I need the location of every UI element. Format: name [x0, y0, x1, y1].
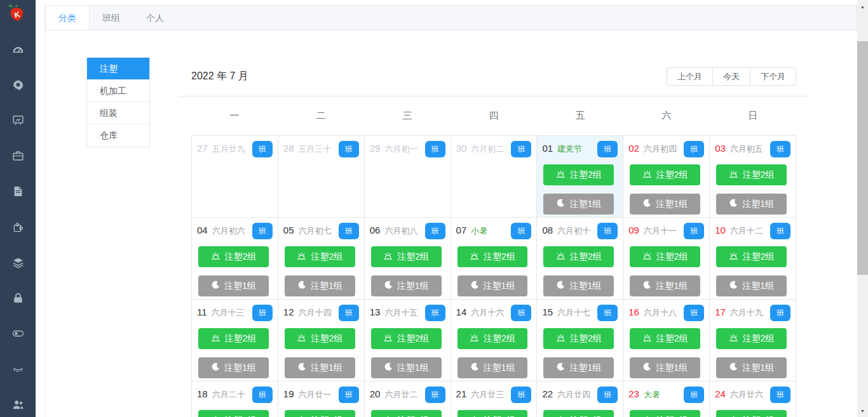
tab-personal[interactable]: 个人	[133, 6, 177, 30]
document-icon[interactable]	[12, 185, 24, 197]
work-day-badge[interactable]: 班	[684, 305, 704, 321]
work-day-badge[interactable]: 班	[425, 141, 445, 157]
scrollbar-thumb[interactable]	[857, 41, 868, 275]
work-day-badge[interactable]: 班	[339, 223, 359, 239]
work-day-badge[interactable]: 班	[511, 141, 531, 157]
puzzle-icon[interactable]	[12, 221, 24, 233]
calendar-cell[interactable]: 03六月初五班注塑2组注塑1组	[710, 136, 796, 218]
day-shift-button[interactable]: 注塑2组	[630, 164, 700, 185]
category-item-assembly[interactable]: 组装	[87, 102, 149, 124]
calendar-cell[interactable]: 23大暑班注塑2组注塑1组	[623, 381, 710, 417]
calendar-cell[interactable]: 20六月廿二班注塑2组注塑1组	[365, 381, 451, 417]
calendar-cell[interactable]: 04六月初六班注塑2组注塑1组	[192, 218, 278, 300]
calendar-cell[interactable]: 08六月初十班注塑2组注塑1组	[537, 218, 623, 300]
work-day-badge[interactable]: 班	[511, 305, 531, 321]
calendar-cell[interactable]: 02六月初四班注塑2组注塑1组	[623, 136, 710, 218]
calendar-cell[interactable]: 06六月初八班注塑2组注塑1组	[365, 218, 451, 300]
day-shift-button[interactable]: 注塑2组	[716, 164, 787, 185]
scroll-up-icon[interactable]: ▲	[857, 1, 868, 11]
calendar-cell[interactable]: 22六月廿四班注塑2组注塑1组	[537, 381, 623, 417]
day-shift-button[interactable]: 注塑2组	[716, 410, 787, 417]
day-shift-button[interactable]: 注塑2组	[285, 410, 355, 417]
eye-closed-icon[interactable]	[12, 363, 24, 375]
night-shift-button[interactable]: 注塑1组	[716, 194, 787, 215]
calendar-cell[interactable]: 05六月初七班注塑2组注塑1组	[278, 218, 365, 300]
work-day-badge[interactable]: 班	[770, 223, 790, 239]
calendar-cell[interactable]: 07小暑班注塑2组注塑1组	[451, 218, 538, 300]
scroll-down-icon[interactable]: ▼	[857, 406, 868, 416]
work-day-badge[interactable]: 班	[339, 305, 359, 321]
prev-month-button[interactable]: 上个月	[667, 67, 713, 86]
work-day-badge[interactable]: 班	[597, 223, 618, 239]
day-shift-button[interactable]: 注塑2组	[371, 410, 442, 417]
day-shift-button[interactable]: 注塑2组	[458, 328, 528, 349]
day-shift-button[interactable]: 注塑2组	[371, 246, 442, 267]
work-day-badge[interactable]: 班	[770, 305, 790, 321]
night-shift-button[interactable]: 注塑1组	[458, 357, 528, 378]
night-shift-button[interactable]: 注塑1组	[543, 194, 614, 215]
work-day-badge[interactable]: 班	[684, 223, 704, 239]
night-shift-button[interactable]: 注塑1组	[630, 194, 700, 215]
tab-category[interactable]: 分类	[46, 6, 90, 30]
day-shift-button[interactable]: 注塑2组	[716, 328, 787, 349]
next-month-button[interactable]: 下个月	[750, 67, 796, 86]
category-item-warehouse[interactable]: 仓库	[87, 124, 149, 147]
day-shift-button[interactable]: 注塑2组	[198, 410, 269, 417]
app-logo-icon[interactable]: K	[6, 3, 29, 27]
work-day-badge[interactable]: 班	[425, 305, 445, 321]
toggle-icon[interactable]	[12, 328, 24, 340]
work-day-badge[interactable]: 班	[252, 387, 273, 403]
day-shift-button[interactable]: 注塑2组	[543, 410, 614, 417]
day-shift-button[interactable]: 注塑2组	[630, 328, 700, 349]
work-day-badge[interactable]: 班	[597, 141, 618, 157]
day-shift-button[interactable]: 注塑2组	[543, 246, 614, 267]
day-shift-button[interactable]: 注塑2组	[458, 246, 528, 267]
night-shift-button[interactable]: 注塑1组	[458, 275, 528, 296]
category-item-machining[interactable]: 机加工	[87, 80, 149, 102]
night-shift-button[interactable]: 注塑1组	[371, 357, 442, 378]
calendar-cell[interactable]: 14六月十六班注塑2组注塑1组	[451, 300, 538, 381]
work-day-badge[interactable]: 班	[684, 141, 704, 157]
layers-icon[interactable]	[12, 256, 24, 268]
night-shift-button[interactable]: 注塑1组	[198, 357, 269, 378]
tab-team[interactable]: 班组	[90, 6, 133, 30]
calendar-cell[interactable]: 28五月三十班	[278, 136, 365, 218]
work-day-badge[interactable]: 班	[770, 387, 790, 403]
work-day-badge[interactable]: 班	[597, 305, 618, 321]
day-shift-button[interactable]: 注塑2组	[458, 410, 528, 417]
work-day-badge[interactable]: 班	[339, 387, 359, 403]
night-shift-button[interactable]: 注塑1组	[716, 275, 787, 296]
day-shift-button[interactable]: 注塑2组	[198, 246, 269, 267]
night-shift-button[interactable]: 注塑1组	[285, 357, 355, 378]
calendar-cell[interactable]: 13六月十五班注塑2组注塑1组	[365, 300, 451, 381]
night-shift-button[interactable]: 注塑1组	[630, 275, 700, 296]
work-day-badge[interactable]: 班	[252, 223, 273, 239]
calendar-cell[interactable]: 11六月十三班注塑2组注塑1组	[192, 300, 278, 381]
calendar-cell[interactable]: 30六月初二班	[451, 136, 538, 218]
calendar-cell[interactable]: 18六月二十班注塑2组注塑1组	[192, 381, 278, 417]
work-day-badge[interactable]: 班	[511, 387, 531, 403]
lock-icon[interactable]	[12, 292, 24, 304]
day-shift-button[interactable]: 注塑2组	[716, 246, 787, 267]
gear-icon[interactable]	[12, 79, 24, 91]
users-icon[interactable]	[12, 399, 24, 411]
calendar-cell[interactable]: 21六月廿三班注塑2组注塑1组	[451, 381, 538, 417]
day-shift-button[interactable]: 注塑2组	[630, 410, 700, 417]
day-shift-button[interactable]: 注塑2组	[630, 246, 700, 267]
scrollbar[interactable]: ▲ ▼	[857, 0, 868, 417]
night-shift-button[interactable]: 注塑1组	[630, 357, 700, 378]
night-shift-button[interactable]: 注塑1组	[371, 275, 442, 296]
day-shift-button[interactable]: 注塑2组	[285, 246, 355, 267]
calendar-cell[interactable]: 10六月十二班注塑2组注塑1组	[710, 218, 796, 300]
calendar-cell[interactable]: 17六月十九班注塑2组注塑1组	[710, 300, 796, 381]
work-day-badge[interactable]: 班	[252, 305, 273, 321]
night-shift-button[interactable]: 注塑1组	[198, 275, 269, 296]
work-day-badge[interactable]: 班	[770, 141, 790, 157]
calendar-cell[interactable]: 12六月十四班注塑2组注塑1组	[278, 300, 365, 381]
calendar-cell[interactable]: 27五月廿九班	[192, 136, 278, 218]
day-shift-button[interactable]: 注塑2组	[371, 328, 442, 349]
work-day-badge[interactable]: 班	[252, 141, 273, 157]
day-shift-button[interactable]: 注塑2组	[198, 328, 269, 349]
day-shift-button[interactable]: 注塑2组	[285, 328, 355, 349]
work-day-badge[interactable]: 班	[597, 387, 618, 403]
